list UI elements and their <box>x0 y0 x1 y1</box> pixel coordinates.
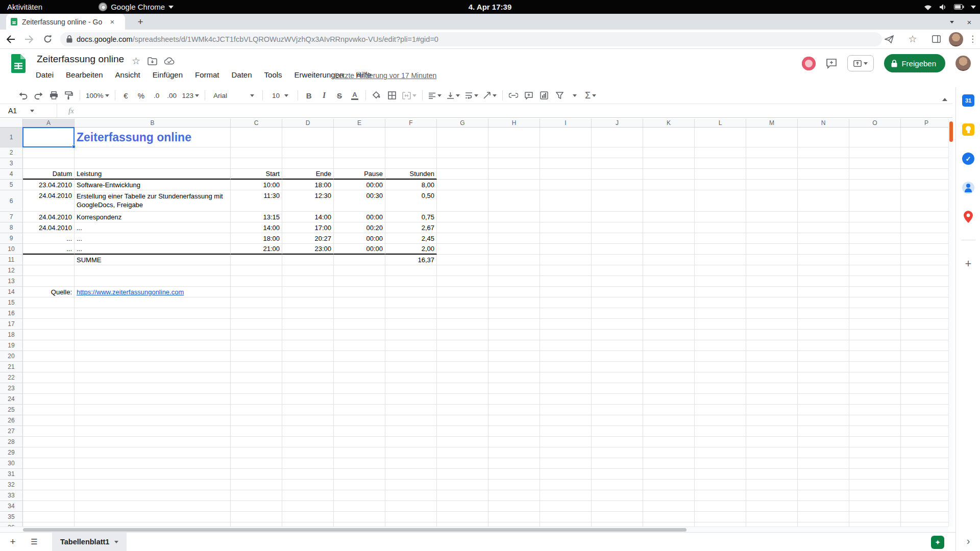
cell-G18[interactable] <box>437 330 488 340</box>
cell-H13[interactable] <box>488 276 540 287</box>
col-header-E[interactable]: E <box>334 119 385 128</box>
cell-K13[interactable] <box>643 276 695 287</box>
cell-L7[interactable] <box>695 212 746 222</box>
cell-I36[interactable] <box>540 522 592 527</box>
cell-L27[interactable] <box>695 426 746 437</box>
row-header-35[interactable]: 35 <box>0 512 23 522</box>
cell-L16[interactable] <box>695 308 746 319</box>
cell-J25[interactable] <box>592 405 643 415</box>
cell-M7[interactable] <box>746 212 798 222</box>
add-sheet-button[interactable]: + <box>4 534 21 549</box>
cell-N33[interactable] <box>798 490 849 501</box>
cell-J20[interactable] <box>592 351 643 362</box>
cell-C24[interactable] <box>231 394 282 405</box>
cell-F22[interactable] <box>385 372 437 383</box>
cell-E14[interactable] <box>334 287 385 297</box>
cell-M22[interactable] <box>746 372 798 383</box>
cell-A12[interactable] <box>23 265 75 276</box>
cell-B29[interactable] <box>75 447 231 458</box>
cell-L25[interactable] <box>695 405 746 415</box>
cell-E13[interactable] <box>334 276 385 287</box>
cell-J1[interactable] <box>592 128 643 147</box>
cell-C28[interactable] <box>231 437 282 447</box>
cell-D30[interactable] <box>282 458 334 469</box>
cell-M31[interactable] <box>746 469 798 480</box>
menu-tools[interactable]: Tools <box>264 70 282 79</box>
cell-A31[interactable] <box>23 469 75 480</box>
cell-M1[interactable] <box>746 128 798 147</box>
cell-G19[interactable] <box>437 340 488 351</box>
cell-H20[interactable] <box>488 351 540 362</box>
cell-D31[interactable] <box>282 469 334 480</box>
cell-B3[interactable] <box>75 158 231 169</box>
cell-I2[interactable] <box>540 147 592 158</box>
cell-N20[interactable] <box>798 351 849 362</box>
cell-G2[interactable] <box>437 147 488 158</box>
cell-G28[interactable] <box>437 437 488 447</box>
cell-I12[interactable] <box>540 265 592 276</box>
cell-N28[interactable] <box>798 437 849 447</box>
cell-B1[interactable]: Zeiterfassung online <box>75 128 231 147</box>
cell-C23[interactable] <box>231 383 282 394</box>
cell-F13[interactable] <box>385 276 437 287</box>
present-to-meet-button[interactable] <box>847 55 874 71</box>
functions-button[interactable]: Σ <box>583 89 598 102</box>
hide-toolbar-button[interactable] <box>942 89 947 98</box>
cell-D3[interactable] <box>282 158 334 169</box>
cell-H12[interactable] <box>488 265 540 276</box>
cell-C29[interactable] <box>231 447 282 458</box>
cell-O22[interactable] <box>849 372 901 383</box>
col-header-I[interactable]: I <box>540 119 592 128</box>
increase-decimals-button[interactable]: .00 <box>165 89 179 102</box>
cell-E30[interactable] <box>334 458 385 469</box>
cell-G7[interactable] <box>437 212 488 222</box>
cell-F33[interactable] <box>385 490 437 501</box>
cell-K6[interactable] <box>643 190 695 212</box>
cell-E29[interactable] <box>334 447 385 458</box>
cell-P3[interactable] <box>901 158 948 169</box>
cell-P32[interactable] <box>901 480 948 490</box>
cell-N19[interactable] <box>798 340 849 351</box>
cell-A21[interactable] <box>23 362 75 372</box>
cell-G11[interactable] <box>437 255 488 265</box>
merge-cells-button[interactable] <box>401 89 418 102</box>
cell-O17[interactable] <box>849 319 901 330</box>
cell-F24[interactable] <box>385 394 437 405</box>
cell-I17[interactable] <box>540 319 592 330</box>
cell-J30[interactable] <box>592 458 643 469</box>
cell-D15[interactable] <box>282 297 334 308</box>
menu-format[interactable]: Format <box>195 70 219 79</box>
cell-E20[interactable] <box>334 351 385 362</box>
cell-F31[interactable] <box>385 469 437 480</box>
explore-button[interactable]: ✦ <box>931 536 944 549</box>
cell-K36[interactable] <box>643 522 695 527</box>
cell-K24[interactable] <box>643 394 695 405</box>
cell-E33[interactable] <box>334 490 385 501</box>
cell-N8[interactable] <box>798 222 849 233</box>
cell-M33[interactable] <box>746 490 798 501</box>
cell-J33[interactable] <box>592 490 643 501</box>
cell-B10[interactable]: ... <box>75 244 231 255</box>
cell-D10[interactable]: 23:00 <box>282 244 334 255</box>
cell-I24[interactable] <box>540 394 592 405</box>
cell-L26[interactable] <box>695 415 746 426</box>
cell-I21[interactable] <box>540 362 592 372</box>
cell-E21[interactable] <box>334 362 385 372</box>
cell-N11[interactable] <box>798 255 849 265</box>
cell-C9[interactable]: 18:00 <box>231 233 282 244</box>
cell-H26[interactable] <box>488 415 540 426</box>
cell-E25[interactable] <box>334 405 385 415</box>
cell-E32[interactable] <box>334 480 385 490</box>
cell-N23[interactable] <box>798 383 849 394</box>
cell-I7[interactable] <box>540 212 592 222</box>
cell-J19[interactable] <box>592 340 643 351</box>
cell-I14[interactable] <box>540 287 592 297</box>
cell-N15[interactable] <box>798 297 849 308</box>
cell-O1[interactable] <box>849 128 901 147</box>
cell-D24[interactable] <box>282 394 334 405</box>
cell-H15[interactable] <box>488 297 540 308</box>
cell-O34[interactable] <box>849 501 901 512</box>
cell-A17[interactable] <box>23 319 75 330</box>
cell-M10[interactable] <box>746 244 798 255</box>
cell-L24[interactable] <box>695 394 746 405</box>
